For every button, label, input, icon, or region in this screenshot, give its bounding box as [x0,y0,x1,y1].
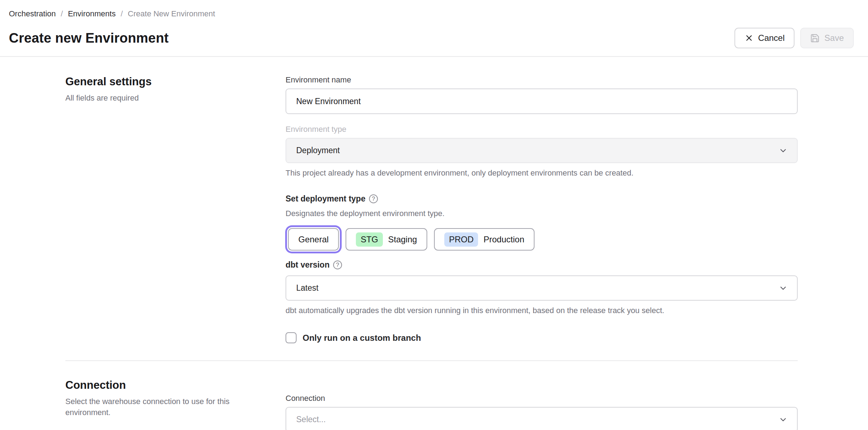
breadcrumb-separator: / [121,9,123,18]
breadcrumb-orchestration[interactable]: Orchestration [9,9,56,18]
environment-type-select: Deployment [286,138,798,163]
connection-field-label: Connection [286,394,798,403]
chevron-down-icon [779,146,788,155]
connection-fields: Connection Select... [286,379,798,430]
breadcrumb-environments[interactable]: Environments [68,9,116,18]
connection-intro: Connection Select the warehouse connecti… [65,379,286,430]
save-button[interactable]: Save [800,28,854,48]
deployment-type-options: General STG Staging PROD Production [286,226,798,253]
close-icon [744,33,754,43]
breadcrumb-current-page: Create New Environment [128,9,215,18]
general-settings-section: General settings All fields are required… [65,75,798,343]
general-settings-fields: Environment name Environment type Deploy… [286,75,798,343]
environment-type-label: Environment type [286,125,798,134]
dbt-version-helper: dbt automatically upgrades the dbt versi… [286,305,798,316]
environment-type-value: Deployment [296,146,340,155]
deployment-type-general-button[interactable]: General [288,228,339,251]
custom-branch-label: Only run on a custom branch [303,333,421,343]
general-settings-subheading: All fields are required [65,92,286,103]
deployment-type-label: Set deployment type [286,194,365,204]
dbt-version-field: dbt version ? Latest dbt automatically u… [286,260,798,316]
connection-placeholder: Select... [296,415,326,424]
deployment-type-field: Set deployment type ? Designates the dep… [286,194,798,253]
connection-description: Select the warehouse connection to use f… [65,396,243,418]
section-divider [65,360,798,361]
general-settings-intro: General settings All fields are required [65,75,286,343]
custom-branch-checkbox-row[interactable]: Only run on a custom branch [286,332,798,343]
deployment-type-general-label: General [298,235,329,244]
page-title: Create new Environment [9,31,169,46]
breadcrumb: Orchestration / Environments / Create Ne… [9,9,854,18]
connection-field: Connection Select... [286,394,798,430]
environment-name-label: Environment name [286,75,798,85]
custom-branch-checkbox[interactable] [286,332,297,343]
header-actions: Cancel Save [734,28,854,48]
deployment-type-production-label: Production [483,235,524,244]
chevron-down-icon [779,284,788,293]
connection-section: Connection Select the warehouse connecti… [65,379,798,430]
environment-name-input[interactable] [286,88,798,114]
dbt-version-value: Latest [296,283,319,293]
cancel-button[interactable]: Cancel [734,28,795,48]
connection-heading: Connection [65,379,286,392]
breadcrumb-separator: / [61,9,63,18]
save-button-label: Save [824,33,844,43]
deployment-type-staging-label: Staging [388,235,417,244]
help-icon[interactable]: ? [369,194,378,203]
general-settings-heading: General settings [65,75,286,88]
chevron-down-icon [779,415,788,424]
help-icon[interactable]: ? [333,260,342,269]
connection-select[interactable]: Select... [286,407,798,430]
dbt-version-label: dbt version [286,260,330,270]
deployment-type-helper: Designates the deployment environment ty… [286,208,798,219]
cancel-button-label: Cancel [758,33,785,43]
page-header: Orchestration / Environments / Create Ne… [0,0,868,57]
dbt-version-select[interactable]: Latest [286,275,798,301]
environment-name-field: Environment name [286,75,798,114]
save-icon [810,33,820,43]
environment-type-helper: This project already has a development e… [286,168,798,178]
staging-badge: STG [356,232,383,247]
production-badge: PROD [444,232,478,247]
deployment-type-production-button[interactable]: PROD Production [434,228,535,251]
main-content: General settings All fields are required… [0,57,868,430]
deployment-type-staging-button[interactable]: STG Staging [346,228,427,251]
environment-type-field: Environment type Deployment This project… [286,125,798,178]
